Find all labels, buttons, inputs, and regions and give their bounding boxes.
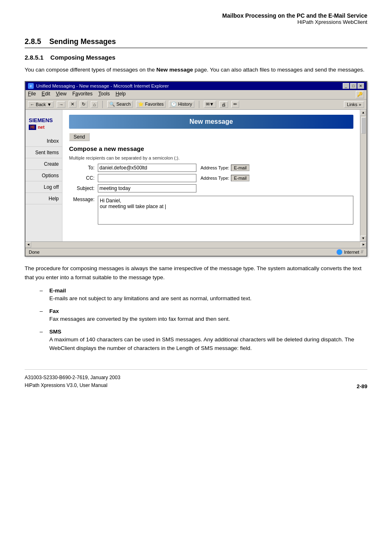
browser-menubar: File Edit View Favorites Tools Help 🔑 — [25, 90, 367, 100]
status-bar-end: // — [361, 250, 363, 254]
scroll-track — [360, 134, 367, 236]
header-title: Mailbox Processing on the PC and the E-M… — [25, 12, 367, 19]
list-term-fax: Fax — [49, 308, 367, 314]
browser-titlebar: e Unified Messaging - New message - Micr… — [25, 82, 367, 90]
address-type-cc-label: Address Type: — [201, 176, 229, 181]
message-body[interactable]: Hi Daniel,our meeting will take place at… — [98, 196, 353, 225]
scroll-right-button[interactable]: ► — [361, 242, 367, 248]
footer-product: HiPath Xpressions V3.0, User Manual — [25, 382, 120, 389]
to-input[interactable] — [98, 164, 196, 172]
list-term-sms: SMS — [49, 329, 367, 335]
sidebar-item-help[interactable]: Help — [25, 193, 62, 204]
toolbar-separator — [102, 101, 103, 108]
list-dash-sms: – — [25, 329, 49, 353]
sidebar-item-logoff[interactable]: Log off — [25, 182, 62, 193]
toolbar-icon-placeholder: 🔑 — [356, 91, 364, 98]
scroll-down-button[interactable]: ▼ — [360, 236, 366, 241]
sidebar-item-options[interactable]: Options — [25, 170, 62, 181]
scrollbar-right[interactable]: ▲ ▼ — [360, 110, 367, 241]
compose-form: To: Address Type: E-mail CC: — [69, 164, 353, 225]
list-term-email: E-mail — [49, 287, 367, 294]
horizontal-scrollbar[interactable]: ◄ ► — [25, 241, 367, 248]
scroll-thumb[interactable] — [361, 117, 366, 134]
compose-title: Compose a new message — [69, 145, 353, 152]
browser-window: e Unified Messaging - New message - Micr… — [25, 81, 367, 257]
back-button[interactable]: ← Back ▼ — [28, 101, 53, 108]
subject-label: Subject: — [69, 185, 98, 191]
menu-edit[interactable]: Edit — [42, 91, 50, 98]
forward-button[interactable]: → — [57, 101, 65, 108]
list-dash-email: – — [25, 287, 49, 303]
minimize-button[interactable]: _ — [343, 83, 349, 89]
cc-label: CC: — [69, 175, 98, 181]
section-number: 2.8.5 — [25, 37, 41, 46]
internet-icon: 🌐 — [337, 249, 342, 255]
sidebar-item-create[interactable]: Create — [25, 159, 62, 170]
send-button[interactable]: Send — [69, 133, 90, 141]
footer-page-number: 2-89 — [357, 383, 367, 389]
refresh-button[interactable]: ↻ — [80, 101, 88, 108]
links-button[interactable]: Links » — [344, 101, 364, 108]
address-type-to-value[interactable]: E-mail — [231, 164, 249, 171]
scroll-h-track — [31, 242, 361, 248]
subsection-number: 2.8.5.1 — [25, 54, 44, 61]
address-type-to: Address Type: E-mail — [201, 164, 249, 171]
mail-button[interactable]: ✉▼ — [204, 101, 216, 108]
page-footer: A31003-S2330-B690-2-7619, January 2003 H… — [25, 369, 367, 389]
print-button[interactable]: 🖨 — [219, 101, 228, 108]
browser-toolbar: ← Back ▼ → ✕ ↻ ⌂ 🔍 Search ⭐ Favorites 🕐 … — [25, 100, 367, 110]
history-button[interactable]: 🕐 History — [169, 101, 194, 108]
titlebar-controls[interactable]: _ □ ✕ — [343, 83, 364, 89]
browser-icon: e — [28, 83, 34, 89]
sidebar-item-inbox[interactable]: Inbox — [25, 136, 62, 147]
page-header: Mailbox Processing on the PC and the E-M… — [25, 12, 367, 25]
scroll-up-button[interactable]: ▲ — [360, 110, 366, 116]
list-content-fax: Fax Fax messages are converted by the sy… — [49, 308, 367, 324]
subject-input[interactable] — [98, 184, 196, 192]
menu-tools[interactable]: Tools — [98, 91, 110, 98]
maximize-button[interactable]: □ — [350, 83, 357, 89]
menu-favorites[interactable]: Favorites — [72, 91, 92, 98]
stop-button[interactable]: ✕ — [69, 101, 76, 108]
menu-view[interactable]: View — [56, 91, 67, 98]
titlebar-left: e Unified Messaging - New message - Micr… — [28, 83, 169, 89]
favorites-button[interactable]: ⭐ Favorites — [136, 101, 166, 108]
menu-help[interactable]: Help — [115, 91, 126, 98]
menu-file[interactable]: File — [28, 91, 36, 98]
footer-doc-ref: A31003-S2330-B690-2-7619, January 2003 — [25, 374, 120, 382]
sidebar-item-sent[interactable]: Sent Items — [25, 147, 62, 158]
list-item-fax: – Fax Fax messages are converted by the … — [25, 308, 367, 324]
list-item-email: – E-mail E-mails are not subject to any … — [25, 287, 367, 303]
logo-siemens: SIEMENS — [29, 117, 53, 123]
intro-text: You can compose different types of messa… — [25, 66, 367, 74]
home-button[interactable]: ⌂ — [91, 101, 98, 108]
list-dash-fax: – — [25, 308, 49, 324]
toolbar-separator-2 — [199, 101, 199, 108]
browser-content: SIEMENS HI net Inbox Sent Items Create O… — [25, 110, 367, 241]
scroll-left-button[interactable]: ◄ — [25, 242, 31, 248]
cc-input[interactable] — [98, 174, 196, 182]
list-item-sms: – SMS A maximum of 140 characters can be… — [25, 329, 367, 353]
list-content-email: E-mail E-mails are not subject to any li… — [49, 287, 367, 303]
address-type-to-label: Address Type: — [201, 165, 229, 170]
status-internet: 🌐 Internet // — [337, 249, 363, 255]
search-button[interactable]: 🔍 Search — [107, 101, 133, 108]
sidebar: SIEMENS HI net Inbox Sent Items Create O… — [25, 110, 62, 241]
message-row: Message: Hi Daniel,our meeting will take… — [69, 196, 353, 225]
footer-left: A31003-S2330-B690-2-7619, January 2003 H… — [25, 374, 120, 389]
list-desc-email: E-mails are not subject to any limitatio… — [49, 294, 367, 303]
header-subtitle: HiPath Xpressions WebClient — [25, 19, 367, 25]
main-content-area: New message Send Compose a new message M… — [62, 110, 360, 241]
to-row: To: Address Type: E-mail — [69, 164, 353, 172]
edit-button[interactable]: ✏ — [231, 101, 239, 108]
sidebar-logo: SIEMENS HI net — [25, 114, 62, 133]
logo-net: net — [38, 125, 45, 130]
sidebar-nav: Inbox Sent Items Create Options Log off … — [25, 136, 62, 237]
subsection-heading: 2.8.5.1 Composing Messages — [25, 54, 367, 61]
body-text: The procedure for composing messages is … — [25, 264, 367, 282]
new-message-header: New message — [69, 115, 353, 129]
list-section: – E-mail E-mails are not subject to any … — [25, 287, 367, 353]
address-type-cc-value[interactable]: E-mail — [231, 175, 249, 181]
subsection-title: Composing Messages — [51, 54, 115, 61]
close-button[interactable]: ✕ — [357, 83, 364, 89]
